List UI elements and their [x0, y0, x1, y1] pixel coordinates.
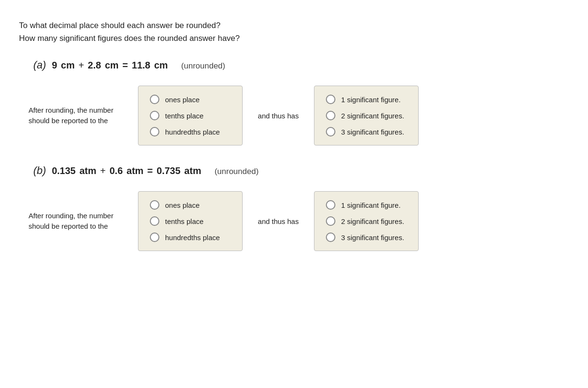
- radio-circle-sig-a-0[interactable]: [326, 95, 335, 104]
- radio-circle-place-a-1[interactable]: [150, 111, 159, 120]
- unrounded-b: (unrounded): [215, 167, 259, 176]
- sig-label-b-2: 3 significant figures.: [341, 233, 404, 242]
- radio-circle-place-b-2[interactable]: [150, 233, 159, 242]
- radio-circle-sig-a-2[interactable]: [326, 127, 335, 136]
- place-option-b-2[interactable]: hundredths place: [150, 233, 231, 242]
- equation-line-a: (a) 9 cm + 2.8 cm = 11.8 cm (unrounded): [33, 59, 569, 71]
- sig-box-b: 1 significant figure. 2 significant figu…: [314, 191, 419, 251]
- radio-circle-place-a-2[interactable]: [150, 127, 159, 136]
- problem-label-a: (a): [33, 59, 46, 71]
- place-box-a: ones place tenths place hundredths place: [138, 86, 243, 146]
- radio-circle-place-b-1[interactable]: [150, 216, 159, 226]
- op-a: +: [78, 60, 84, 71]
- unit3-b: atm: [184, 165, 201, 176]
- num2-b: 0.6: [109, 165, 123, 176]
- result-a: 11.8: [132, 60, 150, 71]
- radio-circle-place-b-0[interactable]: [150, 200, 159, 210]
- problem-b: (b) 0.135 atm + 0.6 atm = 0.735 atm (unr…: [19, 165, 569, 251]
- intro-line1: To what decimal place should each answer…: [19, 19, 569, 32]
- place-label-a-0: ones place: [165, 96, 200, 104]
- sig-label-b-1: 2 significant figures.: [341, 217, 404, 225]
- place-option-b-0[interactable]: ones place: [150, 200, 231, 210]
- intro: To what decimal place should each answer…: [19, 19, 569, 45]
- sig-option-a-2[interactable]: 3 significant figures.: [326, 127, 407, 136]
- place-label-a-2: hundredths place: [165, 128, 220, 136]
- num2-a: 2.8: [88, 60, 101, 71]
- place-label-b-2: hundredths place: [165, 233, 220, 242]
- place-option-a-1[interactable]: tenths place: [150, 111, 231, 120]
- intro-line2: How many significant figures does the ro…: [19, 32, 569, 45]
- after-label-a: After rounding, the number should be rep…: [29, 105, 128, 126]
- place-label-b-1: tenths place: [165, 217, 204, 225]
- equation-line-b: (b) 0.135 atm + 0.6 atm = 0.735 atm (unr…: [33, 165, 569, 177]
- sig-label-b-0: 1 significant figure.: [341, 201, 401, 209]
- place-option-a-0[interactable]: ones place: [150, 95, 231, 104]
- sig-label-a-0: 1 significant figure.: [341, 96, 401, 104]
- unit1-a: cm: [61, 60, 75, 71]
- place-label-a-1: tenths place: [165, 112, 204, 120]
- unit3-a: cm: [154, 60, 168, 71]
- unrounded-a: (unrounded): [181, 61, 225, 71]
- unit2-b: atm: [127, 165, 144, 176]
- sig-label-a-2: 3 significant figures.: [341, 128, 404, 136]
- sig-box-a: 1 significant figure. 2 significant figu…: [314, 86, 419, 146]
- unit2-a: cm: [105, 60, 118, 71]
- problem-label-b: (b): [33, 165, 46, 177]
- problem-a: (a) 9 cm + 2.8 cm = 11.8 cm (unrounded) …: [19, 59, 569, 146]
- equals-a: =: [122, 60, 128, 71]
- place-label-b-0: ones place: [165, 201, 200, 209]
- and-thus-a: and thus has: [252, 112, 304, 120]
- sig-option-a-1[interactable]: 2 significant figures.: [326, 111, 407, 120]
- place-option-b-1[interactable]: tenths place: [150, 216, 231, 226]
- answer-row-a: After rounding, the number should be rep…: [29, 86, 569, 146]
- sig-option-b-2[interactable]: 3 significant figures.: [326, 233, 407, 242]
- sig-option-b-1[interactable]: 2 significant figures.: [326, 216, 407, 226]
- num1-b: 0.135: [52, 165, 76, 176]
- radio-circle-place-a-0[interactable]: [150, 95, 159, 104]
- after-label-b: After rounding, the number should be rep…: [29, 211, 128, 232]
- result-b: 0.735: [157, 165, 180, 176]
- place-box-b: ones place tenths place hundredths place: [138, 191, 243, 251]
- and-thus-b: and thus has: [252, 217, 304, 225]
- equals-b: =: [147, 165, 153, 176]
- radio-circle-sig-b-2[interactable]: [326, 233, 335, 242]
- sig-option-b-0[interactable]: 1 significant figure.: [326, 200, 407, 210]
- sig-label-a-1: 2 significant figures.: [341, 112, 404, 120]
- radio-circle-sig-b-0[interactable]: [326, 200, 335, 210]
- answer-row-b: After rounding, the number should be rep…: [29, 191, 569, 251]
- place-option-a-2[interactable]: hundredths place: [150, 127, 231, 136]
- op-b: +: [100, 165, 106, 176]
- unit1-b: atm: [79, 165, 97, 176]
- sig-option-a-0[interactable]: 1 significant figure.: [326, 95, 407, 104]
- num1-a: 9: [52, 60, 57, 71]
- radio-circle-sig-b-1[interactable]: [326, 216, 335, 226]
- radio-circle-sig-a-1[interactable]: [326, 111, 335, 120]
